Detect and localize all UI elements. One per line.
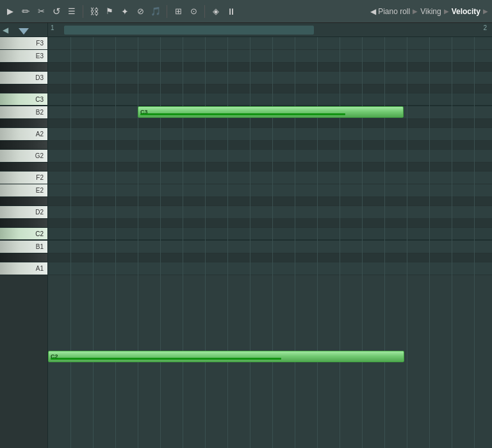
- header-row: ◀ 1 2: [0, 23, 492, 37]
- grid-row-eb2: [48, 197, 492, 206]
- breadcrumb: ◀ Piano roll ▶ Viking ▶ Velocity ▶: [370, 7, 488, 16]
- grid-row-f2: [48, 172, 492, 184]
- flag-icon[interactable]: ⚑: [103, 5, 116, 18]
- breadcrumb-piano-roll: ◀ Piano roll: [370, 7, 410, 16]
- piano-keyboard: F3 E3 D3 C3 B2 A2 G2 F2 E2 D2 C2: [0, 37, 48, 448]
- piano-key-bb1[interactable]: [0, 253, 47, 262]
- timeline-mark-2: 2: [483, 24, 487, 31]
- star-icon[interactable]: ✦: [119, 5, 131, 18]
- grid-row-bb2: [48, 119, 492, 128]
- loop-icon[interactable]: ↺: [50, 5, 63, 18]
- breadcrumb-arrow-3: ▶: [483, 8, 488, 15]
- pause-icon[interactable]: ⏸: [225, 5, 238, 18]
- timeline-mark-1: 1: [51, 24, 54, 31]
- piano-key-ab2[interactable]: [0, 141, 47, 150]
- grid-row-d3: [48, 72, 492, 84]
- grid-row-a1: [48, 262, 492, 275]
- piano-key-bb2[interactable]: [0, 119, 47, 128]
- note-c3-label: C3: [140, 109, 148, 115]
- piano-key-gb2[interactable]: [0, 163, 47, 172]
- separator-1: [83, 5, 83, 18]
- menu-icon[interactable]: ☰: [65, 5, 78, 18]
- cut-icon[interactable]: ✂: [35, 5, 47, 18]
- breadcrumb-arrow-2: ▶: [444, 8, 449, 15]
- grid-row-eb3: [48, 63, 492, 72]
- piano-key-db3[interactable]: [0, 84, 47, 93]
- piano-key-e3[interactable]: E3: [0, 50, 47, 63]
- circle-slash-icon[interactable]: ⊘: [134, 5, 147, 18]
- toolbar: ▶ ✏ ✂ ↺ ☰ ⛓ ⚑ ✦ ⊘ 🎵 ⊞ ⊙ ◈ ⏸ ◀ Piano roll…: [0, 0, 492, 23]
- breadcrumb-arrow-1: ▶: [413, 8, 418, 15]
- timeline-scrollbar[interactable]: [64, 26, 314, 35]
- piano-key-eb2[interactable]: [0, 197, 47, 206]
- grid-container[interactable]: C3 C2: [48, 37, 492, 448]
- grid-row-ab2: [48, 141, 492, 150]
- grid-row-e2: [48, 184, 492, 197]
- separator-2: [167, 5, 167, 18]
- piano-key-c3[interactable]: C3: [0, 93, 47, 106]
- grid-row-b1: [48, 241, 492, 253]
- note-c3-velocity-bar: [140, 113, 345, 115]
- piano-key-f3[interactable]: F3: [0, 37, 47, 50]
- note-c2-label: C2: [51, 353, 58, 360]
- grid-row-db2: [48, 219, 492, 228]
- grid-row-db3: [48, 84, 492, 93]
- note-c3[interactable]: C3: [138, 106, 404, 118]
- pencil-icon[interactable]: ✏: [19, 5, 32, 18]
- grid-row-c3: [48, 93, 492, 106]
- mic-icon[interactable]: 🎵: [149, 5, 162, 18]
- piano-key-b1[interactable]: B1: [0, 241, 47, 253]
- piano-key-eb3[interactable]: [0, 63, 47, 72]
- grid-row-bb1: [48, 253, 492, 262]
- note-c2[interactable]: C2: [48, 351, 404, 362]
- grid-row-c2: [48, 228, 492, 241]
- grid-row-d2: [48, 206, 492, 219]
- piano-key-a1[interactable]: A1: [0, 262, 47, 275]
- piano-roll-grid: C3 C2: [48, 37, 492, 448]
- piano-key-f2[interactable]: F2: [0, 172, 47, 184]
- zoom-icon[interactable]: ⊙: [187, 5, 200, 18]
- piano-key-c2[interactable]: C2: [0, 228, 47, 241]
- grid-row-g2: [48, 150, 492, 163]
- grid-icon[interactable]: ⊞: [172, 5, 184, 18]
- note-c2-velocity-bar: [51, 358, 281, 360]
- breadcrumb-velocity: Velocity: [452, 7, 480, 16]
- grid-row-a2: [48, 128, 492, 141]
- piano-key-b2[interactable]: B2: [0, 106, 47, 119]
- speaker-icon[interactable]: ◈: [209, 5, 222, 18]
- separator-3: [204, 5, 205, 18]
- pointer-icon[interactable]: ▶: [4, 5, 17, 18]
- corner-piece: ◀: [0, 23, 48, 37]
- link-icon[interactable]: ⛓: [88, 5, 101, 18]
- grid-row-e3: [48, 50, 492, 63]
- grid-row-gb2: [48, 163, 492, 172]
- piano-key-d3[interactable]: D3: [0, 72, 47, 84]
- timeline-ruler[interactable]: 1 2: [48, 23, 492, 37]
- corner-triangle: [19, 28, 29, 35]
- piano-key-d2[interactable]: D2: [0, 206, 47, 219]
- piano-key-g2[interactable]: G2: [0, 150, 47, 163]
- piano-key-a2[interactable]: A2: [0, 128, 47, 141]
- piano-key-e2[interactable]: E2: [0, 184, 47, 197]
- piano-key-db2[interactable]: [0, 219, 47, 228]
- main-area: F3 E3 D3 C3 B2 A2 G2 F2 E2 D2 C2: [0, 37, 492, 448]
- corner-back-arrow[interactable]: ◀: [3, 26, 8, 35]
- breadcrumb-instrument: Viking: [420, 7, 441, 16]
- grid-row-f3: [48, 37, 492, 50]
